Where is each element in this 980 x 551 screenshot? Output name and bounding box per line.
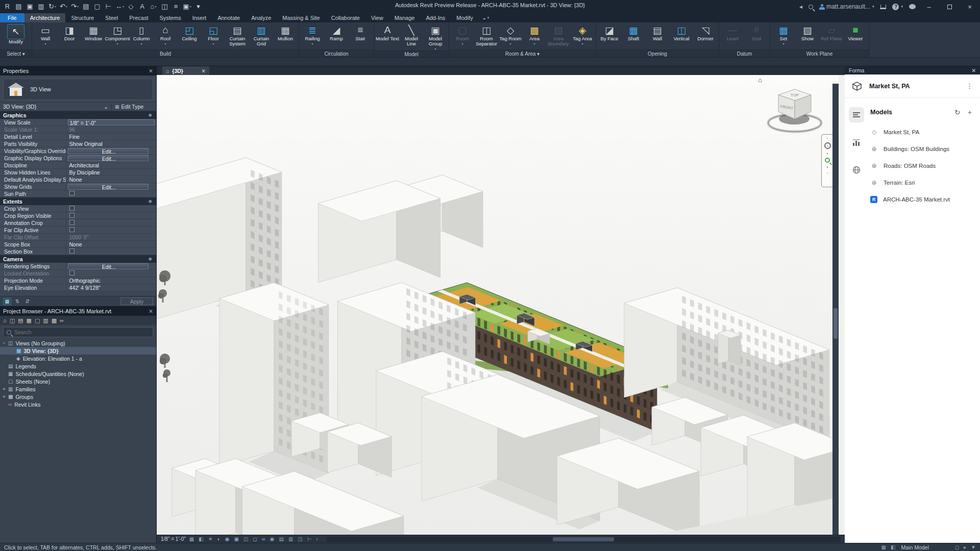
nav-caret-icon[interactable]: ▾ (826, 152, 828, 155)
ribbon-button[interactable]: # Grid (745, 23, 768, 49)
ribbon-button[interactable]: ▢ Room (451, 23, 474, 49)
3d-canvas[interactable]: ⌂ TOP FRONT ▾ ▪ ▾ ▾ ▪ (157, 75, 839, 535)
ribbon-tab[interactable]: Add-Ins (420, 13, 451, 22)
help-icon[interactable]: ?▾ (892, 4, 903, 10)
property-value[interactable]: None (68, 241, 155, 247)
ribbon-button[interactable]: ◫ Room Separator (475, 23, 498, 49)
ribbon-button[interactable]: ⌂ Roof (154, 23, 177, 49)
ribbon-button[interactable]: ◫ Vertical (670, 23, 693, 49)
tree-item[interactable]: ∞ Revit Links (0, 400, 156, 408)
qat-icon[interactable]: ▤ (13, 1, 24, 12)
back-arrow-icon[interactable]: ◂ (799, 3, 802, 10)
model-item[interactable]: ⊕ Roads: OSM Roads (870, 162, 972, 169)
add-model-icon[interactable]: + (968, 108, 972, 116)
property-row[interactable]: Eye Elevation 442' 4 9/128" (0, 284, 156, 291)
search-input[interactable] (14, 329, 127, 335)
property-row[interactable]: Parts Visibility Show Original (0, 140, 156, 147)
tree-item[interactable]: ▤ Legends (0, 362, 156, 370)
modify-button[interactable]: ↖ Modify (2, 23, 30, 49)
status-icon[interactable]: ◻ (955, 544, 959, 550)
ribbon-button[interactable]: ▣ Model Group (424, 23, 447, 51)
property-row[interactable]: Show Grids Edit... (0, 183, 156, 190)
property-value[interactable]: 1000' 0" (68, 234, 155, 240)
property-row[interactable]: Graphic Display Options Edit... (0, 155, 156, 162)
qat-icon[interactable]: ▥ (36, 1, 46, 12)
model-item[interactable]: ◇ Market St, PA (870, 129, 972, 136)
view-control-icon[interactable]: ◉ (270, 536, 275, 542)
property-row[interactable]: Visibility/Graphics Overrides Edit... (0, 147, 156, 155)
sort-ascending-icon[interactable]: ⇅ (13, 298, 21, 305)
ribbon-tab[interactable]: Precast (124, 13, 154, 22)
browser-toolbar-icon[interactable]: ▦ (26, 317, 31, 324)
scroll-thumb[interactable] (553, 537, 614, 541)
property-row[interactable]: Scope Box None (0, 241, 156, 248)
feedback-icon[interactable] (909, 4, 916, 9)
store-cart-icon[interactable] (880, 5, 886, 9)
qat-icon[interactable]: A (137, 1, 148, 12)
ribbon-button[interactable]: ▱ Ref Plane (820, 23, 843, 49)
view-control-icon[interactable]: ◳ (298, 536, 302, 542)
status-icon[interactable]: ▦ (881, 544, 886, 550)
property-value[interactable]: By Discipline (68, 169, 155, 176)
property-value[interactable]: Edit... (68, 263, 149, 269)
rail-globe-tab[interactable] (849, 162, 864, 178)
navigation-bar[interactable]: ▪ ▾ ▾ ▪ (821, 134, 834, 187)
ribbon-button[interactable]: ▤ Curtain System (226, 23, 249, 49)
instance-selector[interactable]: 3D View: {3D} ⌄ (0, 104, 111, 110)
status-icon[interactable]: ▼ (971, 544, 976, 550)
collapse-pin-icon[interactable]: ✱ (148, 199, 152, 204)
qat-icon[interactable]: R (2, 1, 13, 12)
property-row[interactable]: Detail Level Fine (0, 133, 156, 140)
property-value[interactable]: 96 (68, 127, 155, 133)
property-value[interactable]: Show Original (68, 141, 155, 147)
tree-item[interactable]: ▢ Sheets (None) (0, 378, 156, 385)
property-row[interactable]: Far Clip Offset 1000' 0" (0, 234, 156, 241)
browser-toolbar-icon[interactable]: ▥ (43, 317, 48, 324)
view-tab-3d[interactable]: ⌂ {3D} ✕ (162, 66, 209, 75)
ribbon-button[interactable]: ╲ Model Line (400, 23, 423, 51)
view-control-icon[interactable]: ▤ (279, 536, 284, 542)
ribbon-tab[interactable]: Massing & Site (277, 13, 325, 22)
panel-label-room-area[interactable]: Room & Area ▾ (449, 49, 596, 57)
browser-toolbar-icon[interactable]: ∞ (60, 317, 64, 323)
property-value[interactable] (68, 213, 75, 219)
qat-icon[interactable]: ▢ (92, 1, 103, 12)
section-header-graphics[interactable]: Graphics (3, 112, 27, 118)
property-value[interactable]: Edit... (68, 148, 149, 154)
ribbon-tab[interactable]: Analyze (246, 13, 277, 22)
kebab-menu-icon[interactable]: ⋮ (966, 82, 973, 90)
qat-icon[interactable]: ▣ (182, 1, 192, 12)
search-icon[interactable] (808, 5, 813, 9)
property-value[interactable]: Edit... (68, 184, 149, 190)
main-model-selector[interactable]: Main Model (901, 544, 928, 550)
property-row[interactable]: Discipline Architectural (0, 162, 156, 169)
ribbon-button[interactable]: — Level (721, 23, 744, 49)
qat-icon[interactable]: ▣ (24, 1, 35, 12)
3d-scene[interactable] (157, 75, 839, 535)
property-row[interactable]: Annotation Crop (0, 219, 156, 227)
qat-icon[interactable]: ≡ (170, 1, 181, 12)
ribbon-tab[interactable]: Collaborate (326, 13, 365, 22)
status-icon[interactable]: ▸ (964, 544, 966, 550)
ribbon-tab[interactable]: Manage (389, 13, 421, 22)
minimize-button[interactable]: – (922, 3, 936, 11)
tree-item[interactable]: + ▩ Groups (0, 393, 156, 400)
view-control-icon[interactable]: ∞ (262, 536, 265, 542)
tree-item[interactable]: ◈ Elevation: Elevation 1 - a (0, 355, 156, 362)
qat-icon[interactable]: ⌂ (148, 1, 159, 12)
ribbon-tab[interactable]: Structure (65, 13, 100, 22)
nav-caret-icon[interactable]: ▾ (826, 165, 828, 169)
view-control-icon[interactable]: ⊢ (307, 536, 312, 542)
project-browser-close-icon[interactable]: ✕ (149, 308, 153, 315)
ribbon-button[interactable]: ≣ Railing (301, 23, 324, 49)
ribbon-button[interactable]: ◢ Ramp (325, 23, 348, 49)
model-item[interactable]: ⊕ Buildings: OSM Buildings (870, 145, 972, 153)
ribbon-tab[interactable]: Insert (187, 13, 212, 22)
edit-type-button[interactable]: ▦ Edit Type (111, 104, 156, 110)
view-control-icon[interactable]: ‹ (316, 536, 318, 542)
property-value[interactable]: Architectural (68, 162, 155, 168)
rail-models-tab[interactable] (849, 107, 864, 122)
view-control-icon[interactable]: ◧ (199, 536, 203, 542)
property-value[interactable]: Edit... (68, 155, 149, 161)
tree-item[interactable]: ▣ 3D View: {3D} (0, 347, 156, 355)
